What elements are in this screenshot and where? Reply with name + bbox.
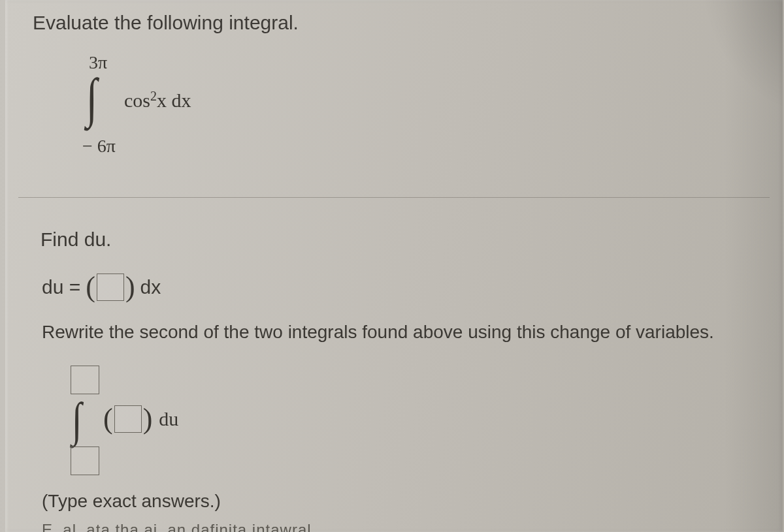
du-label: du: [159, 408, 178, 430]
du-input[interactable]: [97, 274, 124, 301]
integrand-cos: cos: [124, 89, 150, 111]
du-equation: du = ( ) dx: [42, 273, 161, 302]
du-rhs: dx: [140, 276, 161, 298]
integrand-xdx: x dx: [157, 89, 191, 111]
page-root: Evaluate the following integral. 3π ∫ − …: [0, 0, 784, 532]
close-paren-icon: ): [143, 405, 153, 433]
upper-limit-input[interactable]: [71, 366, 99, 394]
problem-prompt: Evaluate the following integral.: [33, 12, 299, 34]
page-curl-shadow: [678, 0, 783, 144]
close-paren-icon: ): [125, 273, 135, 302]
type-exact-note: (Type exact answers.): [42, 491, 221, 512]
open-paren-icon: (: [103, 405, 113, 433]
open-paren-icon: (: [86, 273, 95, 302]
page-shade: [724, 0, 783, 532]
integral-sign-icon: ∫: [72, 396, 82, 443]
lower-limit: − 6π: [82, 136, 116, 157]
du-input-group: ( ): [86, 273, 135, 302]
integrand-input-group: ( ): [103, 405, 152, 433]
rewrite-instruction: Rewrite the second of the two integrals …: [42, 320, 763, 345]
find-du-heading: Find du.: [41, 228, 111, 251]
integral-sign-icon: ∫: [86, 70, 97, 125]
integrand-row: ( ) du: [103, 405, 178, 433]
du-lhs: du =: [42, 276, 80, 298]
divider: [18, 197, 770, 198]
cutoff-text: E..al..ata tha ai..an dafinita intawral: [42, 521, 312, 532]
lower-limit-input[interactable]: [71, 446, 99, 475]
integrand-input[interactable]: [114, 405, 142, 433]
worksheet-sheet: Evaluate the following integral. 3π ∫ − …: [5, 0, 783, 532]
integrand: cos2x dx: [124, 89, 191, 112]
integrand-power: 2: [150, 89, 157, 103]
definite-integral: 3π ∫ − 6π cos2x dx: [77, 52, 247, 157]
rewritten-integral: ∫ ( ) du: [68, 366, 277, 490]
